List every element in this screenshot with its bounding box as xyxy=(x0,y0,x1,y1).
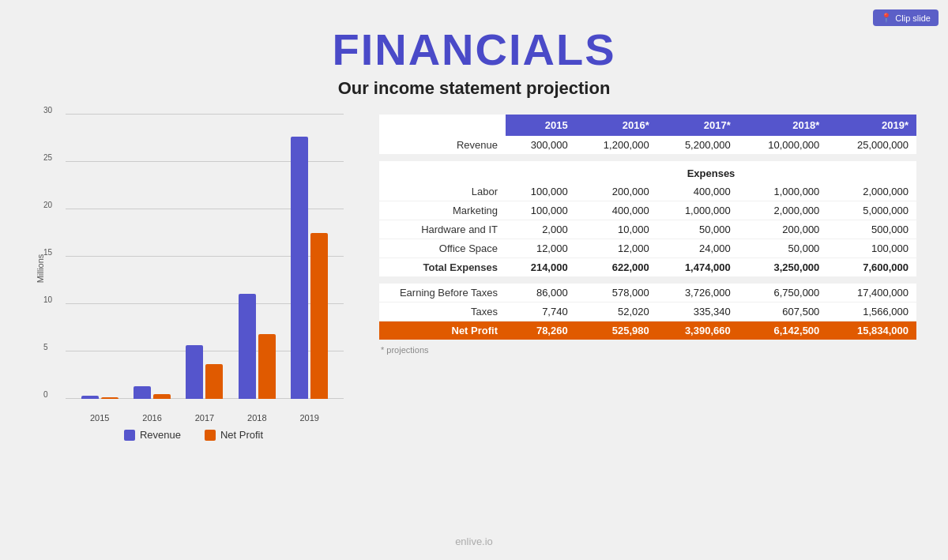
bar-2019-profit xyxy=(310,233,328,399)
ebt-2018: 6,750,000 xyxy=(739,284,828,303)
marketing-2018: 2,000,000 xyxy=(739,201,828,220)
bar-chart: Millions 30 25 20 15 10 5 0 xyxy=(43,115,344,423)
chart-legend: Revenue Net Profit xyxy=(24,429,363,441)
office-2018: 50,000 xyxy=(739,239,828,258)
legend-revenue: Revenue xyxy=(124,429,181,441)
x-label-2017: 2017 xyxy=(186,413,223,423)
main-content: Millions 30 25 20 15 10 5 0 xyxy=(0,107,948,449)
labor-2018: 1,000,000 xyxy=(739,182,828,201)
bar-2018-revenue xyxy=(239,294,256,399)
footer-text: enlive.io xyxy=(0,536,948,547)
legend-revenue-label: Revenue xyxy=(140,429,181,441)
net-profit-2018: 6,142,500 xyxy=(739,321,828,340)
total-2017: 1,474,000 xyxy=(657,258,739,277)
total-label: Total Expenses xyxy=(379,258,506,277)
marketing-2015: 100,000 xyxy=(506,201,576,220)
page-title: FINANCIALS xyxy=(0,24,948,75)
legend-profit-color xyxy=(205,430,216,441)
x-label-2018: 2018 xyxy=(239,413,276,423)
spacer-1 xyxy=(379,155,916,162)
net-profit-2019: 15,834,000 xyxy=(827,321,916,340)
y-axis-label: Millions xyxy=(36,254,45,284)
bar-2017-revenue xyxy=(186,345,203,399)
table-area: 2015 2016* 2017* 2018* 2019* Revenue 300… xyxy=(379,115,916,441)
hardware-label: Hardware and IT xyxy=(379,220,506,239)
marketing-2017: 1,000,000 xyxy=(657,201,739,220)
office-2016: 12,000 xyxy=(576,239,657,258)
labor-2019: 2,000,000 xyxy=(827,182,916,201)
office-2015: 12,000 xyxy=(506,239,576,258)
revenue-label: Revenue xyxy=(379,136,506,155)
bars-area xyxy=(66,115,344,399)
hardware-row: Hardware and IT 2,000 10,000 50,000 200,… xyxy=(379,220,916,239)
marketing-2019: 5,000,000 xyxy=(827,201,916,220)
col-2015: 2015 xyxy=(506,115,576,136)
taxes-2018: 607,500 xyxy=(739,303,828,321)
legend-revenue-color xyxy=(124,430,135,441)
ebt-2019: 17,400,000 xyxy=(827,284,916,303)
ebt-2016: 578,000 xyxy=(576,284,657,303)
office-label: Office Space xyxy=(379,239,506,258)
labor-label: Labor xyxy=(379,182,506,201)
expenses-section-label: Expenses xyxy=(506,161,916,182)
ebt-label: Earning Before Taxes xyxy=(379,284,506,303)
hardware-2016: 10,000 xyxy=(576,220,657,239)
marketing-label: Marketing xyxy=(379,201,506,220)
hardware-2015: 2,000 xyxy=(506,220,576,239)
expenses-header-row: Expenses xyxy=(379,161,916,182)
ebt-2017: 3,726,000 xyxy=(657,284,739,303)
total-2015: 214,000 xyxy=(506,258,576,277)
table-header-row: 2015 2016* 2017* 2018* 2019* xyxy=(379,115,916,136)
bar-2017-profit xyxy=(205,364,223,399)
taxes-2015: 7,740 xyxy=(506,303,576,321)
labor-2017: 400,000 xyxy=(657,182,739,201)
taxes-2019: 1,566,000 xyxy=(827,303,916,321)
x-label-2016: 2016 xyxy=(134,413,171,423)
spacer-2 xyxy=(379,277,916,284)
revenue-2016: 1,200,000 xyxy=(576,136,657,155)
total-2018: 3,250,000 xyxy=(739,258,828,277)
legend-profit-label: Net Profit xyxy=(220,429,263,441)
bar-group-2019 xyxy=(291,137,328,399)
ebt-2015: 86,000 xyxy=(506,284,576,303)
net-profit-2017: 3,390,660 xyxy=(657,321,739,340)
page-subtitle: Our income statement projection xyxy=(0,78,948,99)
taxes-row: Taxes 7,740 52,020 335,340 607,500 1,566… xyxy=(379,303,916,321)
taxes-2017: 335,340 xyxy=(657,303,739,321)
col-2017: 2017* xyxy=(657,115,739,136)
revenue-2015: 300,000 xyxy=(506,136,576,155)
bar-2015-revenue xyxy=(81,396,99,399)
total-2016: 622,000 xyxy=(576,258,657,277)
revenue-2017: 5,200,000 xyxy=(657,136,739,155)
chart-area: Millions 30 25 20 15 10 5 0 xyxy=(24,115,363,441)
ebt-row: Earning Before Taxes 86,000 578,000 3,72… xyxy=(379,284,916,303)
col-2019: 2019* xyxy=(827,115,916,136)
office-2017: 24,000 xyxy=(657,239,739,258)
office-2019: 100,000 xyxy=(827,239,916,258)
page-header: FINANCIALS Our income statement projecti… xyxy=(0,0,948,99)
revenue-2019: 25,000,000 xyxy=(827,136,916,155)
col-2018: 2018* xyxy=(739,115,828,136)
net-profit-2015: 78,260 xyxy=(506,321,576,340)
hardware-2017: 50,000 xyxy=(657,220,739,239)
bar-2019-revenue xyxy=(291,137,308,399)
clip-slide-button[interactable]: 📍 Clip slide xyxy=(873,9,939,26)
col-2016: 2016* xyxy=(576,115,657,136)
total-2019: 7,600,000 xyxy=(827,258,916,277)
x-label-2019: 2019 xyxy=(291,413,328,423)
taxes-label: Taxes xyxy=(379,303,506,321)
revenue-2018: 10,000,000 xyxy=(739,136,828,155)
legend-profit: Net Profit xyxy=(205,429,263,441)
bar-2015-profit xyxy=(101,397,118,399)
x-labels: 2015 2016 2017 2018 2019 xyxy=(66,413,344,423)
net-profit-row: Net Profit 78,260 525,980 3,390,660 6,14… xyxy=(379,321,916,340)
labor-2016: 200,000 xyxy=(576,182,657,201)
net-profit-2016: 525,980 xyxy=(576,321,657,340)
office-row: Office Space 12,000 12,000 24,000 50,000… xyxy=(379,239,916,258)
bar-2018-profit xyxy=(258,334,276,399)
total-expenses-row: Total Expenses 214,000 622,000 1,474,000… xyxy=(379,258,916,277)
taxes-2016: 52,020 xyxy=(576,303,657,321)
net-profit-label: Net Profit xyxy=(379,321,506,340)
marketing-2016: 400,000 xyxy=(576,201,657,220)
revenue-row: Revenue 300,000 1,200,000 5,200,000 10,0… xyxy=(379,136,916,155)
